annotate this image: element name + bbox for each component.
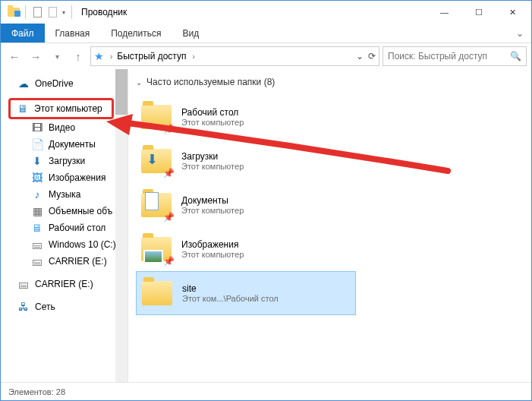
- network-icon: 🖧: [17, 301, 30, 313]
- group-title: Часто используемые папки (8): [146, 77, 275, 87]
- chevron-down-icon: ⌄: [136, 78, 142, 87]
- drive-icon: 🖴: [31, 255, 43, 267]
- search-input[interactable]: [388, 51, 505, 62]
- sidebar-item-edrive2[interactable]: 🖴 CARRIER (E:): [1, 276, 127, 292]
- navbar: ← → ▾ ↑ ★ › Быстрый доступ › ⌄ ⟳ 🔍: [1, 43, 531, 69]
- sidebar-item-thispc[interactable]: 🖥 Этот компьютер: [8, 98, 114, 119]
- item-sub: Этот компьютер: [181, 162, 244, 171]
- chevron-right-icon[interactable]: ›: [192, 52, 194, 61]
- drive-icon: 🖴: [17, 278, 30, 290]
- nav-forward-button[interactable]: →: [27, 47, 45, 65]
- chevron-right-icon[interactable]: ›: [110, 52, 112, 61]
- address-bar[interactable]: ★ › Быстрый доступ › ⌄ ⟳: [90, 46, 379, 66]
- drive-icon: 🖴: [31, 238, 43, 251]
- sidebar-item-label: Сеть: [35, 302, 55, 312]
- item-name: Рабочий стол: [181, 107, 244, 118]
- folder-item-desktop[interactable]: 📌 Рабочий стол Этот компьютер: [136, 95, 356, 139]
- pc-icon: 🖥: [17, 103, 29, 115]
- sidebar-item-pictures[interactable]: 🖼 Изображения: [1, 169, 127, 186]
- download-arrow-icon: ⬇: [146, 151, 158, 168]
- tab-file[interactable]: Файл: [1, 24, 45, 43]
- sidebar-item-label: Видео: [49, 122, 75, 133]
- pin-icon: 📌: [163, 124, 174, 134]
- address-dropdown-icon[interactable]: ⌄: [356, 51, 364, 62]
- documents-icon: 📄: [31, 138, 43, 150]
- quickaccess-icon: ★: [94, 50, 104, 62]
- item-name: Загрузки: [181, 151, 244, 162]
- item-name: site: [182, 283, 279, 294]
- tab-share[interactable]: Поделиться: [100, 24, 172, 43]
- sidebar: ☁ OneDrive 🖥 Этот компьютер 🎞 Видео 📄 До…: [1, 69, 128, 382]
- minimize-button[interactable]: —: [427, 1, 461, 24]
- sidebar-item-label: Документы: [49, 139, 96, 150]
- sidebar-item-label: Этот компьютер: [34, 103, 102, 114]
- tab-view[interactable]: Вид: [172, 24, 209, 43]
- search-icon: 🔍: [510, 51, 521, 62]
- folder-item-pictures[interactable]: 📌 Изображения Этот компьютер: [136, 227, 356, 271]
- qat-doc-icon[interactable]: [30, 5, 44, 19]
- tab-home[interactable]: Главная: [45, 24, 101, 43]
- folder-item-documents[interactable]: 📌 Документы Этот компьютер: [136, 183, 356, 227]
- music-icon: ♪: [31, 188, 43, 200]
- sidebar-item-onedrive[interactable]: ☁ OneDrive: [1, 75, 127, 92]
- desktop-icon: 🖥: [31, 222, 43, 234]
- ribbon-expand-icon[interactable]: ⌄: [508, 24, 531, 43]
- window-title: Проводник: [81, 7, 127, 17]
- sidebar-item-label: Рабочий стол: [49, 223, 105, 233]
- maximize-button[interactable]: ☐: [461, 1, 496, 24]
- close-button[interactable]: ✕: [496, 1, 530, 24]
- pin-icon: 📌: [163, 168, 174, 178]
- status-label: Элементов:: [8, 387, 54, 396]
- explorer-window: ▾ Проводник — ☐ ✕ Файл Главная Поделитьс…: [0, 0, 532, 401]
- sidebar-scrollbar[interactable]: [115, 69, 127, 382]
- sidebar-item-label: Загрузки: [49, 156, 85, 166]
- item-sub: Этот компьютер: [181, 206, 244, 215]
- refresh-icon[interactable]: ⟳: [368, 51, 376, 62]
- group-header[interactable]: ⌄ Часто используемые папки (8): [136, 77, 531, 87]
- app-icon: [7, 5, 20, 19]
- sidebar-item-label: Windows 10 (C:): [49, 239, 116, 250]
- sidebar-item-label: OneDrive: [35, 78, 74, 89]
- pictures-icon: 🖼: [31, 172, 43, 184]
- doc-overlay-icon: [145, 192, 159, 210]
- status-count: 28: [56, 387, 65, 396]
- titlebar: ▾ Проводник — ☐ ✕: [1, 1, 531, 24]
- item-name: Изображения: [181, 239, 244, 250]
- sidebar-item-downloads[interactable]: ⬇ Загрузки: [1, 153, 127, 169]
- qat-dropdown[interactable]: ▾: [61, 9, 67, 15]
- qat-folder-icon[interactable]: [46, 5, 59, 19]
- sidebar-item-label: CARRIER (E:): [35, 279, 93, 289]
- nav-history-dropdown[interactable]: ▾: [48, 47, 66, 65]
- folder-item-downloads[interactable]: ⬇📌 Загрузки Этот компьютер: [136, 139, 356, 183]
- sidebar-item-label: Музыка: [49, 189, 80, 200]
- sidebar-item-3d[interactable]: ▦ Объемные объ: [1, 203, 127, 219]
- sidebar-item-video[interactable]: 🎞 Видео: [1, 119, 127, 136]
- search-box[interactable]: 🔍: [382, 46, 527, 66]
- sidebar-item-label: CARRIER (E:): [49, 256, 107, 267]
- video-icon: 🎞: [31, 122, 43, 134]
- address-text[interactable]: Быстрый доступ: [117, 51, 186, 62]
- sidebar-item-label: Изображения: [49, 172, 105, 183]
- item-sub: Этот ком...\Рабочий стол: [182, 294, 279, 303]
- pin-icon: 📌: [163, 256, 174, 267]
- 3d-icon: ▦: [31, 205, 43, 217]
- item-name: Документы: [181, 195, 244, 206]
- sidebar-item-edrive[interactable]: 🖴 CARRIER (E:): [1, 253, 127, 270]
- picture-overlay-icon: [143, 250, 163, 264]
- item-sub: Этот компьютер: [181, 118, 244, 127]
- ribbon-tabs: Файл Главная Поделиться Вид ⌄: [1, 24, 531, 43]
- content-pane: ⌄ Часто используемые папки (8) 📌 Рабочий…: [128, 69, 531, 382]
- sidebar-item-documents[interactable]: 📄 Документы: [1, 136, 127, 153]
- sidebar-item-desktop[interactable]: 🖥 Рабочий стол: [1, 219, 127, 236]
- sidebar-item-cdrive[interactable]: 🖴 Windows 10 (C:): [1, 236, 127, 253]
- onedrive-icon: ☁: [17, 77, 30, 90]
- sidebar-item-network[interactable]: 🖧 Сеть: [1, 298, 127, 315]
- nav-up-button[interactable]: ↑: [69, 47, 87, 65]
- folder-item-site[interactable]: site Этот ком...\Рабочий стол: [136, 271, 356, 315]
- item-sub: Этот компьютер: [181, 250, 244, 259]
- sidebar-item-label: Объемные объ: [49, 206, 112, 216]
- sidebar-item-music[interactable]: ♪ Музыка: [1, 186, 127, 203]
- pin-icon: 📌: [163, 212, 174, 223]
- nav-back-button[interactable]: ←: [5, 47, 24, 65]
- downloads-icon: ⬇: [31, 155, 43, 167]
